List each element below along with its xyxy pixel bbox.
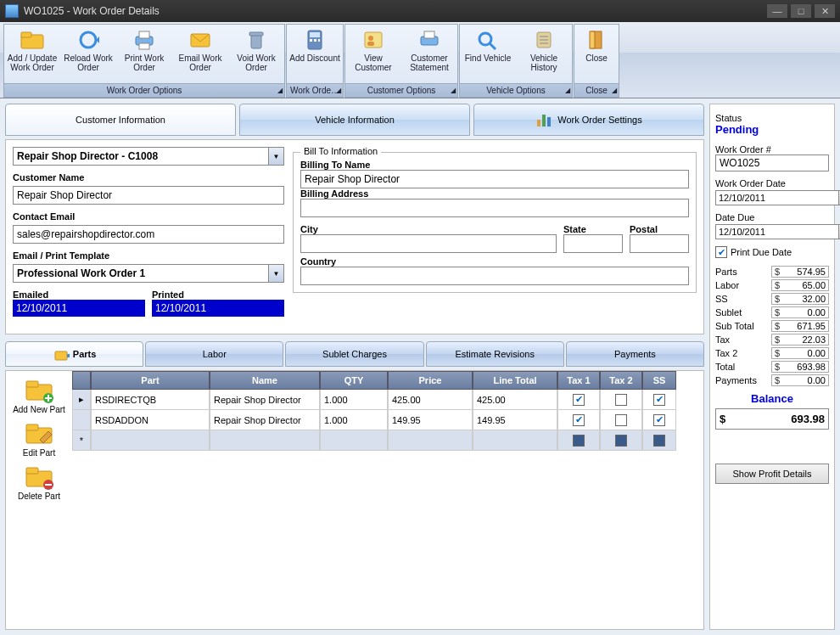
col-part[interactable]: Part [91,371,210,390]
col-line-total[interactable]: Line Total [473,371,557,390]
state-field[interactable] [563,234,623,253]
subtab-sublet-charges[interactable]: Sublet Charges [285,341,423,367]
window-title: WO1025 - Work Order Details [24,5,767,17]
country-field[interactable] [300,267,689,285]
customer-name-label: Customer Name [13,172,284,183]
tax1-checkbox[interactable]: ✔ [573,394,585,406]
close-button[interactable]: ✕ [815,4,835,18]
dialog-launcher-icon[interactable]: ◢ [612,87,617,94]
vehicle-history-button[interactable]: Vehicle History [516,25,572,83]
svg-rect-30 [547,117,551,126]
tab-customer-information[interactable]: Customer Information [5,104,236,136]
find-vehicle-button[interactable]: Find Vehicle [460,25,516,83]
customer-statement-button[interactable]: Customer Statement [401,25,457,83]
subtab-payments[interactable]: Payments [566,341,704,367]
tax2-checkbox[interactable] [615,394,627,406]
svg-rect-19 [424,31,434,38]
contact-email-field[interactable] [13,225,284,244]
col-tax2[interactable]: Tax 2 [600,371,642,390]
titlebar: WO1025 - Work Order Details — □ ✕ [0,0,840,22]
svg-rect-14 [318,39,320,42]
col-tax1[interactable]: Tax 1 [557,371,600,390]
maximize-button[interactable]: □ [791,4,811,18]
show-profit-details-button[interactable]: Show Profit Details [715,464,829,484]
print-work-order-button[interactable]: Print Work Order [116,25,172,83]
tax1-checkbox[interactable] [573,435,585,447]
tab-vehicle-information[interactable]: Vehicle Information [239,104,470,136]
ss-checkbox[interactable]: ✔ [653,414,665,426]
tax1-checkbox[interactable]: ✔ [573,414,585,426]
subtab-labor[interactable]: Labor [145,341,283,367]
col-ss[interactable]: SS [642,371,676,390]
dialog-launcher-icon[interactable]: ◢ [336,87,341,94]
email-icon [187,28,214,52]
email-work-order-button[interactable]: Email Work Order [172,25,228,83]
calculator-icon [301,28,328,52]
ss-checkbox[interactable]: ✔ [653,394,665,406]
table-row[interactable]: RSDADDON Repair Shop Director 1.000 149.… [72,410,703,430]
svg-rect-6 [139,43,149,49]
ribbon-group-label: Work Order Options◢ [4,83,284,97]
chevron-down-icon[interactable]: ▼ [269,147,284,166]
add-update-work-order-button[interactable]: Add / Update Work Order [4,25,60,83]
view-customer-button[interactable]: View Customer [345,25,401,83]
folder-edit-icon [23,419,55,448]
total-value: $574.95 [771,266,829,278]
date-due-field[interactable] [715,224,839,239]
add-discount-button[interactable]: Add Discount [287,25,343,83]
total-value: $22.03 [771,334,829,346]
contact-email-label: Contact Email [13,211,284,222]
reload-icon [75,28,102,52]
ribbon-group-label: Work Orde…◢ [287,83,343,97]
chevron-down-icon[interactable]: ▼ [269,264,284,283]
billing-address-field[interactable] [300,199,689,217]
dialog-launcher-icon[interactable]: ◢ [277,87,283,94]
col-qty[interactable]: QTY [320,371,388,390]
table-row[interactable]: ▸ RSDIRECTQB Repair Shop Director 1.000 … [72,390,703,410]
work-order-date-label: Work Order Date [715,178,829,188]
billto-legend: Bill To Information [300,146,381,156]
ss-checkbox[interactable] [653,435,665,447]
svg-rect-39 [26,424,38,430]
tax2-checkbox[interactable] [615,414,627,426]
ribbon-group-work-orde: Add Discount Work Orde…◢ [286,24,344,98]
template-selector[interactable] [13,264,269,283]
customer-name-field[interactable] [13,186,284,205]
ribbon-group-vehicle-options: Find Vehicle Vehicle History Vehicle Opt… [459,24,573,98]
edit-part-button[interactable]: Edit Part [8,418,70,459]
work-order-date-field[interactable] [715,190,839,205]
reload-work-order-button[interactable]: Reload Work Order [60,25,116,83]
work-order-number-field[interactable] [715,155,829,171]
print-due-date-checkbox[interactable]: ✔ [715,246,727,258]
folder-add-icon [23,376,55,405]
billing-name-field[interactable] [300,170,689,188]
app-icon [5,4,19,18]
col-name[interactable]: Name [210,371,320,390]
close-ribbon-button[interactable]: Close [574,25,619,83]
total-value: $32.00 [771,293,829,305]
minimize-button[interactable]: — [767,4,787,18]
printed-date: 12/10/2011 [152,300,284,317]
city-field[interactable] [300,234,557,253]
postal-field[interactable] [630,234,689,253]
subtab-parts[interactable]: Parts [5,341,143,367]
dialog-launcher-icon[interactable]: ◢ [451,87,456,94]
svg-rect-31 [55,351,67,360]
customer-selector[interactable] [13,147,269,166]
add-new-part-button[interactable]: Add New Part [8,374,70,416]
subtab-estimate-revisions[interactable]: Estimate Revisions [426,341,564,367]
city-label: City [300,224,557,234]
new-row[interactable]: * [72,430,703,451]
total-label: Sub Total [715,321,754,331]
delete-part-button[interactable]: Delete Part [8,461,70,503]
total-label: Payments [715,375,757,385]
total-label: Tax 2 [715,348,737,358]
svg-point-16 [368,36,373,41]
tab-work-order-settings[interactable]: Work Order Settings [473,104,704,136]
col-price[interactable]: Price [388,371,473,390]
dialog-launcher-icon[interactable]: ◢ [565,87,570,94]
svg-line-21 [490,43,496,49]
svg-rect-13 [314,39,316,42]
tax2-checkbox[interactable] [615,435,627,447]
void-work-order-button[interactable]: Void Work Order [228,25,284,83]
